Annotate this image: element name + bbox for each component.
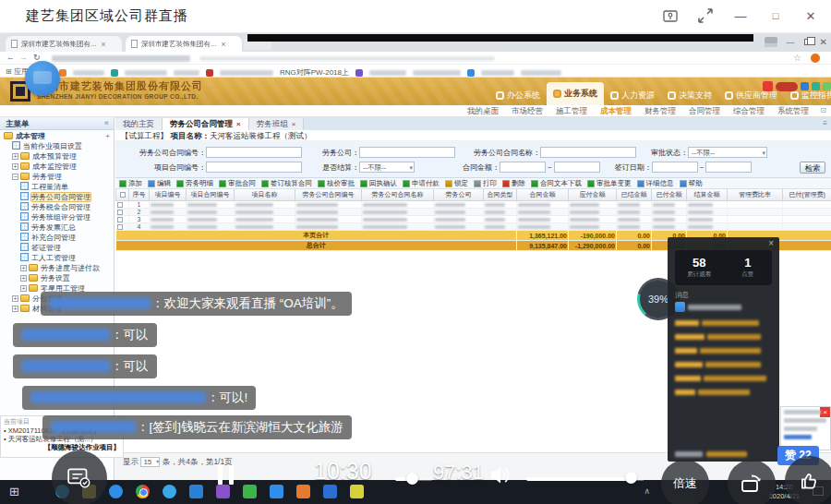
wechat-app-icon[interactable] bbox=[243, 485, 257, 498]
alert-icon[interactable] bbox=[763, 81, 773, 91]
fullscreen-icon[interactable] bbox=[691, 4, 720, 28]
bookmark-blurred[interactable] bbox=[369, 70, 406, 76]
pin-window-icon[interactable] bbox=[656, 4, 685, 28]
tree-item[interactable]: 补充合同管理 bbox=[0, 233, 114, 243]
date-from-input[interactable] bbox=[652, 162, 698, 173]
rotate-screen-button[interactable] bbox=[728, 460, 776, 504]
teamviewer-app-icon[interactable] bbox=[189, 485, 203, 498]
sub-nav-item[interactable]: 合同管理 bbox=[689, 106, 720, 117]
amount-from-input[interactable] bbox=[500, 162, 546, 173]
sub-nav-item[interactable]: 成本管理 bbox=[600, 106, 632, 117]
page-tab[interactable]: 我的主页 bbox=[115, 118, 163, 130]
tree-item[interactable]: 成本管理+ bbox=[0, 131, 114, 141]
tree-item[interactable]: 劳务班组评分管理 bbox=[0, 212, 114, 222]
pause-button[interactable] bbox=[218, 465, 234, 485]
volume-icon[interactable] bbox=[487, 464, 514, 490]
tab-close-icon[interactable]: × bbox=[101, 40, 105, 49]
tree-item[interactable]: +劳务进度与进付款 bbox=[0, 263, 114, 273]
tree-item[interactable]: +成本监控管理 bbox=[0, 162, 114, 172]
tree-item[interactable]: 劳务发票汇总 bbox=[0, 222, 114, 233]
bookmark-favicon[interactable] bbox=[59, 69, 66, 77]
volume-handle[interactable] bbox=[625, 472, 637, 484]
labor-company-input[interactable] bbox=[359, 147, 455, 158]
top-nav-item[interactable]: 办公系统 bbox=[489, 85, 547, 105]
table-row[interactable]: 1 bbox=[116, 200, 831, 208]
toolbar-button[interactable]: 审批合同 bbox=[219, 179, 256, 188]
toolbar-button[interactable]: 添加 bbox=[119, 179, 142, 188]
chrome-browser-icon[interactable] bbox=[136, 485, 150, 498]
close-icon[interactable]: ✕ bbox=[796, 4, 825, 28]
internet-explorer-icon[interactable] bbox=[109, 485, 123, 498]
search-button[interactable]: 检索 bbox=[800, 162, 825, 174]
sub-nav-item[interactable]: 财务管理 bbox=[644, 106, 676, 117]
sub-nav-item[interactable]: 市场经营 bbox=[512, 106, 543, 117]
bookmark-blurred[interactable] bbox=[125, 70, 167, 76]
attendance-button[interactable] bbox=[52, 450, 107, 504]
toolbar-button[interactable]: 回执确认 bbox=[360, 179, 397, 188]
subnav-expand-icon[interactable]: ⊡ bbox=[820, 106, 826, 114]
notice-pill[interactable] bbox=[776, 82, 798, 91]
tree-item[interactable]: 工人工资管理 bbox=[0, 253, 114, 263]
app-badge-blue[interactable] bbox=[801, 82, 809, 90]
row-checkbox[interactable] bbox=[117, 210, 123, 215]
top-nav-item[interactable]: 业务系统 bbox=[547, 82, 604, 105]
bookmark-blurred[interactable] bbox=[481, 70, 514, 76]
toolbar-button[interactable]: 核价审批 bbox=[318, 179, 355, 188]
tree-item[interactable]: 工程量清单 bbox=[0, 182, 114, 192]
tree-item[interactable]: 当前作业项目设置 bbox=[0, 141, 114, 151]
amount-to-input[interactable] bbox=[554, 162, 600, 173]
page-tab[interactable]: 劳务公司合同管理× bbox=[163, 118, 249, 130]
notes-app-icon[interactable] bbox=[350, 485, 364, 498]
settled-select[interactable]: --不限-- bbox=[359, 162, 415, 173]
date-to-input[interactable] bbox=[705, 162, 752, 173]
page-tab[interactable]: 劳务班组× bbox=[249, 118, 305, 130]
toolbar-button[interactable]: 审批单变更 bbox=[587, 179, 632, 188]
pinwheel-app-icon[interactable] bbox=[216, 485, 230, 498]
toolbar-button[interactable]: 签订核算合同 bbox=[261, 179, 312, 188]
floating-assistant-icon[interactable] bbox=[25, 61, 60, 96]
toolbar-button[interactable]: 申请付款 bbox=[403, 179, 440, 188]
app-badge-teal[interactable] bbox=[812, 82, 820, 90]
bookmark-blurred[interactable] bbox=[220, 70, 273, 76]
toolbar-button[interactable]: 劳务明细 bbox=[176, 179, 213, 188]
tree-item[interactable]: +成本预算管理 bbox=[0, 151, 114, 162]
photos-app-icon[interactable] bbox=[323, 485, 337, 498]
table-row[interactable]: 3 bbox=[116, 215, 831, 222]
row-checkbox[interactable] bbox=[117, 202, 123, 208]
browser-tab-2[interactable]: 深圳市建艺装饰集团有... × bbox=[126, 36, 242, 52]
sub-nav-item[interactable]: 施工管理 bbox=[556, 106, 587, 117]
row-checkbox[interactable] bbox=[117, 217, 123, 222]
contract-no-input[interactable] bbox=[206, 147, 302, 158]
top-nav-item[interactable]: 决策支持 bbox=[661, 85, 718, 105]
inner-close-icon[interactable]: ✕ bbox=[820, 37, 827, 47]
table-row[interactable]: 4 bbox=[116, 222, 831, 230]
tree-item[interactable]: −劳务管理 bbox=[0, 172, 114, 182]
contract-name-input[interactable] bbox=[540, 147, 636, 158]
toolbar-button[interactable]: 合同文本下载 bbox=[531, 179, 582, 188]
inner-restore-icon[interactable] bbox=[804, 39, 811, 45]
panel-close-icon[interactable]: × bbox=[768, 238, 774, 248]
bookmark-favicon[interactable] bbox=[355, 69, 363, 77]
toolbar-button[interactable]: 帮助 bbox=[680, 179, 703, 188]
top-nav-item[interactable]: 人力资源 bbox=[604, 85, 661, 105]
qq-app-icon[interactable] bbox=[163, 485, 176, 498]
profile-avatar[interactable] bbox=[765, 37, 777, 47]
tree-item[interactable]: +劳务设置 bbox=[0, 273, 114, 283]
notification-close-icon[interactable]: × bbox=[820, 407, 830, 417]
forward-icon[interactable]: → bbox=[19, 53, 28, 62]
toolbar-button[interactable]: 锁定 bbox=[445, 179, 468, 188]
page-size-select[interactable]: 15 bbox=[140, 457, 160, 467]
tree-item[interactable]: 劳务公司合同管理 bbox=[0, 192, 114, 202]
row-checkbox[interactable] bbox=[117, 224, 123, 230]
taobao-app-icon[interactable] bbox=[296, 485, 310, 498]
start-button[interactable]: ⊞ bbox=[9, 485, 19, 498]
bookmark-item[interactable]: RNG对阵PW-2018上 bbox=[280, 67, 349, 78]
inner-minimize-icon[interactable]: — bbox=[787, 38, 795, 47]
approval-status-select[interactable]: --不限-- bbox=[688, 147, 767, 158]
tray-expand-icon[interactable]: ∧ bbox=[644, 486, 650, 496]
bookmark-favicon[interactable] bbox=[111, 69, 118, 77]
bookmark-favicon[interactable] bbox=[467, 69, 475, 77]
sub-nav-item[interactable]: 系统管理 bbox=[777, 106, 809, 117]
sub-nav-item[interactable]: 综合管理 bbox=[733, 106, 765, 117]
tab-list-icon[interactable]: ≡ bbox=[823, 119, 827, 127]
